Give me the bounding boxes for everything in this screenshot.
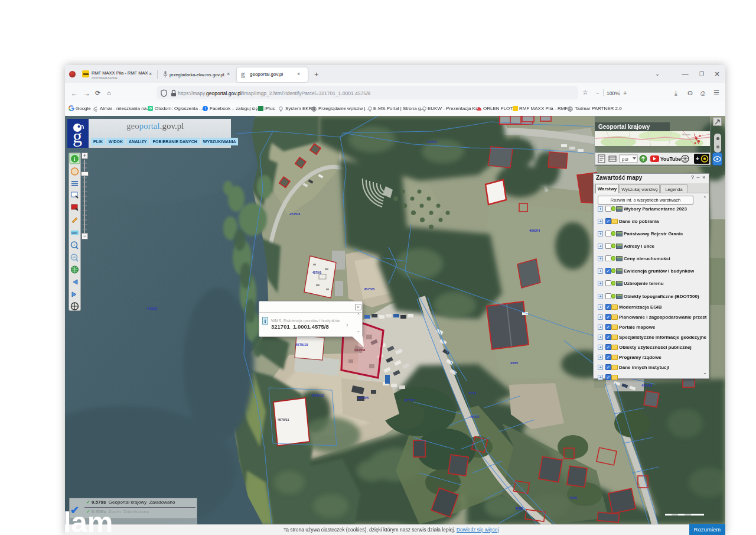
svg-text:YouTube: YouTube xyxy=(660,156,681,162)
svg-text:4575/8: 4575/8 xyxy=(354,348,366,352)
svg-text:4575/5: 4575/5 xyxy=(358,396,369,400)
svg-text:4575/7: 4575/7 xyxy=(404,398,415,402)
svg-text:4575/11: 4575/11 xyxy=(278,418,289,421)
svg-text:4585: 4585 xyxy=(510,361,519,365)
svg-text:45/3/2: 45/3/2 xyxy=(470,415,480,419)
svg-text:459/13: 459/13 xyxy=(641,384,653,387)
svg-text:+: + xyxy=(73,242,76,248)
svg-text:4590: 4590 xyxy=(569,496,578,500)
svg-text:4573: 4573 xyxy=(468,391,477,395)
svg-text:4575/12: 4575/12 xyxy=(311,394,324,397)
svg-text:4588: 4588 xyxy=(515,507,523,510)
svg-text:4575/3: 4575/3 xyxy=(426,140,438,144)
svg-text:4575/6: 4575/6 xyxy=(364,287,375,291)
svg-text:4575/10: 4575/10 xyxy=(295,343,308,346)
svg-text:4592/4: 4592/4 xyxy=(529,229,540,232)
svg-text:4575/4: 4575/4 xyxy=(289,212,301,216)
svg-text:448/22: 448/22 xyxy=(146,307,158,310)
svg-text:Miastko: Miastko xyxy=(682,133,691,136)
svg-text:4575/5: 4575/5 xyxy=(312,271,322,274)
svg-text:xxx: xxx xyxy=(71,231,77,235)
svg-text:pol: pol xyxy=(622,157,628,162)
svg-text:+: + xyxy=(696,155,699,162)
